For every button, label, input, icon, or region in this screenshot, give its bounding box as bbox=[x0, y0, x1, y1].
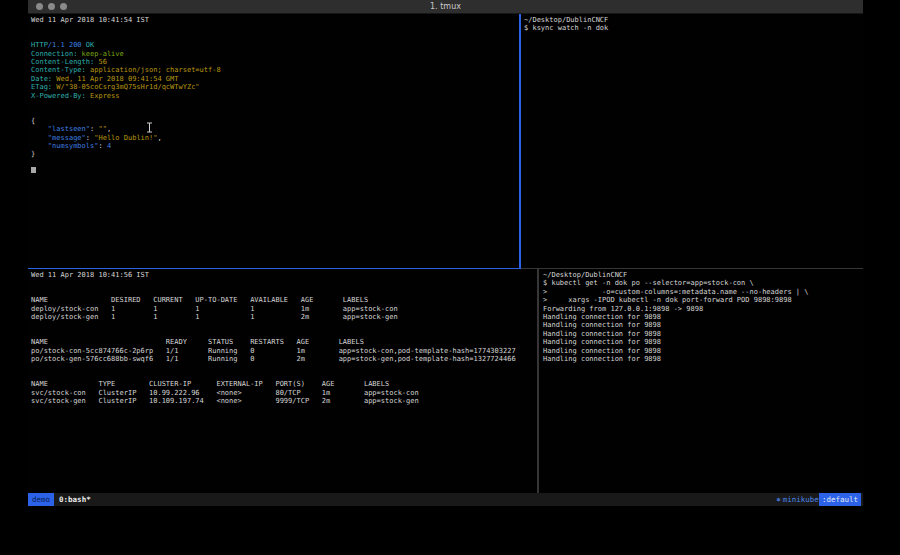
http-header-content-length: Content-Length: 56 bbox=[31, 58, 516, 66]
json-close-brace: } bbox=[31, 150, 516, 158]
terminal-output: ~/Desktop/DublinCNCF $ kubectl get -n do… bbox=[543, 271, 860, 363]
http-header-content-type: Content-Type: application/json; charset=… bbox=[31, 66, 516, 74]
json-field-numsymbols: "numsymbols": 4 bbox=[31, 142, 516, 150]
mouse-ibeam-cursor bbox=[146, 122, 153, 133]
timestamp-line: Wed 11 Apr 2018 10:41:54 IST bbox=[31, 16, 516, 24]
session-name-badge: demo bbox=[28, 493, 54, 506]
services-table: NAME TYPE CLUSTER-IP EXTERNAL-IP PORT(S)… bbox=[31, 380, 534, 405]
http-status-line: HTTP/1.1 200 OK bbox=[31, 41, 516, 49]
json-field-lastseen: "lastseen": "", bbox=[31, 125, 516, 133]
pane-divider-bottom-vertical[interactable] bbox=[537, 269, 539, 493]
pane-http-response[interactable]: Wed 11 Apr 2018 10:41:54 IST HTTP/1.1 20… bbox=[28, 14, 519, 268]
tmux-content: Wed 11 Apr 2018 10:41:54 IST HTTP/1.1 20… bbox=[28, 14, 863, 493]
terminal-window: 1. tmux Wed 11 Apr 2018 10:41:54 IST HTT… bbox=[28, 0, 863, 506]
terminal-output: ~/Desktop/DublinCNCF $ ksync watch -n do… bbox=[524, 16, 860, 33]
window-title: 1. tmux bbox=[28, 0, 863, 13]
terminal-cursor bbox=[31, 167, 36, 173]
http-header-connection: Connection: keep-alive bbox=[31, 50, 516, 58]
tmux-status-bar: demo 0:bash* ⎈ minikube :default bbox=[28, 493, 863, 506]
active-window-label[interactable]: 0:bash* bbox=[59, 493, 91, 506]
pane-ksync-watch[interactable]: ~/Desktop/DublinCNCF $ ksync watch -n do… bbox=[521, 14, 863, 268]
json-open-brace: { bbox=[31, 117, 516, 125]
pods-table: NAME READY STATUS RESTARTS AGE LABELS po… bbox=[31, 338, 534, 363]
json-field-message: "message": "Hello Dublin!", bbox=[31, 134, 516, 142]
pane-divider-top-vertical[interactable] bbox=[519, 14, 521, 268]
deployments-table: NAME DESIRED CURRENT UP-TO-DATE AVAILABL… bbox=[31, 296, 534, 321]
kube-context-label: minikube bbox=[783, 493, 819, 506]
pane-divider-horizontal-active[interactable] bbox=[28, 268, 521, 269]
kube-namespace-badge: :default bbox=[819, 493, 861, 506]
http-header-date: Date: Wed, 11 Apr 2018 09:41:54 GMT bbox=[31, 75, 516, 83]
helm-icon: ⎈ bbox=[776, 493, 781, 506]
timestamp-line: Wed 11 Apr 2018 10:41:56 IST bbox=[31, 271, 534, 279]
http-header-x-powered-by: X-Powered-By: Express bbox=[31, 92, 516, 100]
pane-divider-horizontal-inactive[interactable] bbox=[521, 268, 863, 269]
pane-kubectl-get[interactable]: Wed 11 Apr 2018 10:41:56 IST NAME DESIRE… bbox=[28, 269, 537, 493]
title-bar: 1. tmux bbox=[28, 0, 863, 14]
pane-port-forward[interactable]: ~/Desktop/DublinCNCF $ kubectl get -n do… bbox=[540, 269, 863, 493]
http-header-etag: ETag: W/"38-05coCsrg3mQ75sHr1d/qcWTwYZc" bbox=[31, 83, 516, 91]
terminal-cursor-line bbox=[31, 167, 516, 175]
